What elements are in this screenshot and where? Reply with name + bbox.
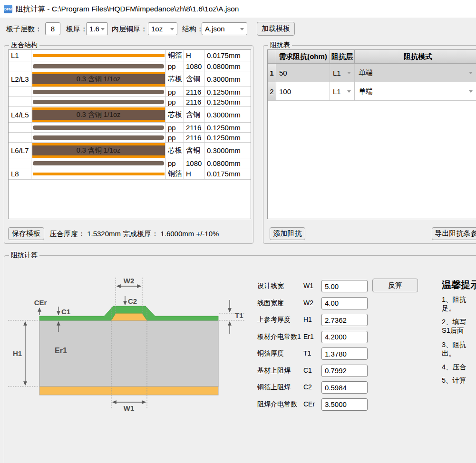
param-label-er1: 板材介电常数1 (257, 333, 301, 341)
param-input-er1[interactable] (321, 331, 368, 343)
param-input-cer[interactable] (321, 398, 368, 411)
stackup-row[interactable]: pp10800.0800mm (9, 61, 251, 71)
param-symbol-h1: H1 (303, 316, 312, 323)
stackup-row[interactable]: L6/L70.3 含铜 1/1oz芯板含铜0.3000mm (9, 143, 251, 158)
param-symbol-w1: W1 (303, 282, 313, 289)
stackup-summary: 压合厚度： 1.5320mm 完成板厚： 1.6000mm +/-10% (49, 230, 219, 239)
export-impedance-button[interactable]: 导出阻抗条参数 (432, 227, 476, 240)
stackup-material-spec: 1080 (184, 158, 204, 168)
tips-line: 3、阻抗 (442, 340, 466, 349)
cer-dim-label: CEr (34, 299, 47, 307)
header-impedance-layer: 阻抗层 (330, 50, 355, 63)
param-input-h1[interactable] (321, 314, 368, 326)
stackup-thickness: 0.0800mm (204, 61, 251, 71)
chevron-down-icon (347, 72, 351, 74)
stackup-layer-graphic: 0.3 含铜 1/1oz (31, 143, 166, 158)
stackup-material-type: 芯板 (166, 143, 184, 158)
core-bar: 0.3 含铜 1/1oz (32, 72, 165, 87)
impedance-table-header: 需求阻抗(ohm) 阻抗层 阻抗模式 (268, 50, 476, 64)
t1-dim-label: T1 (235, 311, 243, 319)
param-symbol-cer: CEr (303, 400, 315, 408)
stackup-thickness: 0.3000mm (204, 107, 251, 122)
stackup-material-spec: 2116 (184, 133, 204, 142)
required-impedance-cell[interactable]: 100 (276, 82, 330, 100)
param-input-w2[interactable] (321, 297, 368, 309)
param-symbol-c2: C2 (303, 383, 312, 391)
impedance-row[interactable]: 150L1单端 (268, 64, 476, 82)
board-thickness-label: 板厚： (66, 25, 87, 34)
reverse-calc-button[interactable]: 反算 (372, 279, 418, 292)
stackup-layer-name (9, 97, 31, 106)
stackup-row[interactable]: pp21160.1250mm (9, 97, 251, 107)
impedance-group: 阻抗表 需求阻抗(ohm) 阻抗层 阻抗模式 150L1单端2100L1单端 添… (263, 45, 476, 244)
stackup-row[interactable]: pp21160.1250mm (9, 133, 251, 143)
param-input-w1[interactable] (321, 280, 368, 292)
stackup-layer-name: L4/L5 (9, 107, 31, 122)
stackup-material-type: 铜箔 (166, 50, 184, 61)
add-impedance-button[interactable]: 添加阻抗 (270, 227, 305, 240)
pp-bar (33, 125, 164, 130)
save-template-button[interactable]: 保存模板 (8, 227, 44, 240)
stackup-group: 压合结构 L1铜箔H0.0175mmpp10800.0800mmL2/L30.3… (4, 45, 253, 244)
pp-bar (33, 64, 164, 68)
stackup-layer-graphic (31, 50, 166, 61)
impedance-mode-dropdown[interactable]: 单端 (355, 64, 476, 82)
tips-line: S1后面 (442, 326, 464, 335)
row-number-cell[interactable]: 2 (268, 82, 276, 100)
stackup-material-spec: 含铜 (184, 143, 204, 158)
board-thickness-dropdown[interactable]: 1.6 (86, 22, 108, 35)
stackup-row[interactable]: pp10800.0800mm (9, 158, 251, 168)
impedance-row[interactable]: 2100L1单端 (268, 82, 476, 101)
board-layers-input[interactable] (49, 23, 57, 35)
param-input-c2[interactable] (321, 381, 368, 394)
stackup-layer-graphic (31, 168, 166, 179)
stackup-row[interactable]: L2/L30.3 含铜 1/1oz芯板含铜0.3000mm (9, 71, 251, 87)
impedance-layer-dropdown[interactable]: L1 (330, 82, 355, 100)
param-symbol-c1: C1 (303, 367, 312, 374)
stackup-material-type: pp (166, 87, 184, 96)
structure-dropdown[interactable]: A.json (202, 22, 247, 35)
stackup-row[interactable]: pp21160.1250mm (9, 123, 251, 133)
stackup-material-type: pp (166, 133, 184, 142)
param-symbol-er1: Er1 (303, 333, 314, 340)
stackup-row[interactable]: L4/L50.3 含铜 1/1oz芯板含铜0.3000mm (9, 107, 251, 123)
impedance-layer-dropdown[interactable]: L1 (330, 64, 355, 82)
header-row-number (268, 50, 276, 63)
core-bar: 0.3 含铜 1/1oz (32, 143, 165, 158)
stackup-layer-graphic (31, 133, 166, 142)
stackup-thickness: 0.3000mm (204, 143, 251, 158)
calc-group: 阻抗计算 (4, 255, 476, 463)
stackup-layer-name (9, 123, 31, 132)
impedance-mode-dropdown[interactable]: 单端 (355, 82, 476, 100)
load-template-button[interactable]: 加载模板 (257, 22, 295, 36)
stackup-row[interactable]: L1铜箔H0.0175mm (9, 50, 251, 61)
stackup-layer-graphic (31, 61, 166, 71)
param-label-t1: 铜箔厚度 (257, 349, 284, 358)
param-input-c1[interactable] (321, 365, 368, 377)
chevron-down-icon (469, 90, 473, 93)
param-label-w2: 线面宽度 (257, 299, 284, 308)
pp-bar (33, 90, 164, 94)
param-label-h1: 上参考厚度 (257, 316, 291, 324)
er1-dim-label: Er1 (55, 347, 67, 355)
stackup-row[interactable]: pp21160.1250mm (9, 87, 251, 97)
structure-label: 结构： (182, 25, 204, 34)
impedance-table: 需求阻抗(ohm) 阻抗层 阻抗模式 150L1单端2100L1单端 (267, 49, 476, 219)
c2-dim-label: C2 (128, 297, 137, 305)
param-symbol-t1: T1 (303, 349, 311, 357)
stackup-table: L1铜箔H0.0175mmpp10800.0800mmL2/L30.3 含铜 1… (8, 49, 251, 219)
tips-line: 出。 (442, 349, 456, 358)
stackup-material-type: pp (166, 123, 184, 132)
stackup-material-spec: 2116 (184, 123, 204, 132)
param-input-t1[interactable] (321, 347, 368, 360)
required-impedance-cell[interactable]: 50 (276, 64, 330, 82)
stackup-material-type: pp (166, 97, 184, 106)
stackup-material-type: 铜箔 (166, 168, 184, 179)
row-number-cell[interactable]: 1 (268, 64, 276, 82)
stackup-row[interactable]: L8铜箔H0.0175mm (9, 168, 251, 180)
inner-copper-dropdown[interactable]: 1oz (148, 22, 177, 35)
stackup-material-spec: 含铜 (184, 71, 204, 87)
stackup-layer-graphic (31, 97, 166, 106)
stackup-thickness: 0.0175mm (204, 50, 251, 61)
inner-copper-value: 1oz (151, 25, 163, 33)
